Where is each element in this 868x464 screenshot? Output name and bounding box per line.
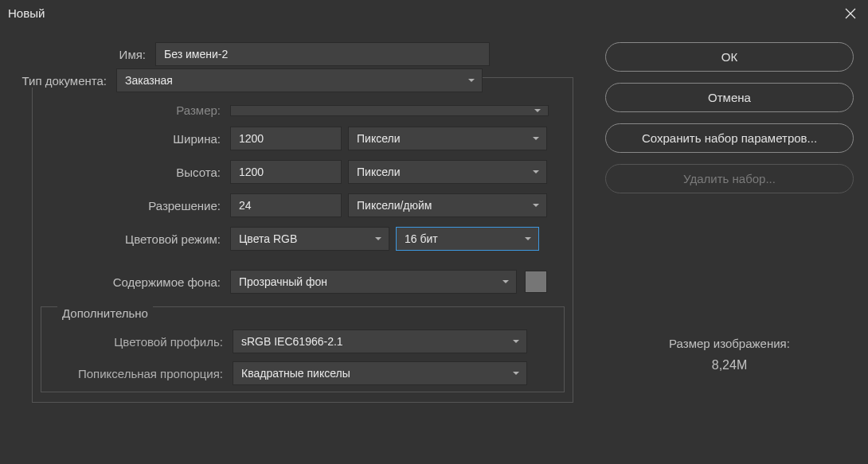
width-input[interactable] [230,127,342,150]
chevron-down-icon [512,367,520,380]
advanced-title: Дополнительно [57,306,153,320]
chevron-down-icon [532,132,540,145]
doctype-select[interactable]: Заказная [116,68,483,92]
colormode-select[interactable]: Цвета RGB [230,227,389,251]
side-panel: ОК Отмена Сохранить набор параметров... … [605,34,860,411]
chevron-down-icon [532,199,540,212]
name-input[interactable] [155,42,490,66]
chevron-down-icon [532,166,540,178]
width-units-value: Пиксели [357,132,400,145]
colormode-value: Цвета RGB [239,232,297,245]
save-preset-button[interactable]: Сохранить набор параметров... [605,123,854,153]
doctype-value: Заказная [125,74,173,87]
profile-value: sRGB IEC61966-2.1 [241,335,343,348]
image-size-value: 8,24M [605,358,854,372]
chevron-down-icon [502,275,510,288]
height-input[interactable] [230,160,342,184]
ok-button[interactable]: ОК [605,42,854,72]
cancel-button[interactable]: Отмена [605,83,854,112]
bgcontent-value: Прозрачный фон [239,275,327,288]
size-select[interactable] [230,105,549,116]
pixelaspect-select[interactable]: Квадратные пикселы [233,361,527,385]
size-label: Размер: [41,103,230,117]
height-label: Высота: [41,166,230,179]
window-title: Новый [8,6,45,20]
form-panel: Имя: Тип документа: Заказная Размер: Шир… [8,34,589,411]
chevron-down-icon [467,74,475,87]
bitdepth-value: 16 бит [405,232,438,245]
bg-color-swatch[interactable] [525,271,547,293]
image-size-label: Размер изображения: [605,337,854,350]
width-units-select[interactable]: Пиксели [348,127,547,150]
resolution-input[interactable] [230,193,342,217]
bitdepth-select[interactable]: 16 бит [396,227,539,251]
pixelaspect-value: Квадратные пикселы [241,367,350,380]
profile-select[interactable]: sRGB IEC61966-2.1 [233,329,527,353]
resolution-label: Разрешение: [41,199,230,213]
pixelaspect-label: Попиксельная пропорция: [49,367,233,380]
delete-preset-button: Удалить набор... [605,164,854,193]
height-units-select[interactable]: Пиксели [348,160,547,184]
name-label: Имя: [32,48,155,61]
resolution-units-select[interactable]: Пиксели/дюйм [348,193,547,217]
height-units-value: Пиксели [357,166,400,178]
width-label: Ширина: [41,132,230,146]
resolution-units-value: Пиксели/дюйм [357,199,432,212]
bgcontent-select[interactable]: Прозрачный фон [230,270,517,294]
doctype-label: Тип документа: [0,74,116,88]
bgcontent-label: Содержимое фона: [41,275,230,289]
chevron-down-icon [374,232,382,245]
chevron-down-icon [534,104,542,117]
chevron-down-icon [524,232,532,245]
chevron-down-icon [512,335,520,348]
close-icon[interactable] [844,7,857,20]
profile-label: Цветовой профиль: [49,335,233,349]
colormode-label: Цветовой режим: [41,232,230,246]
